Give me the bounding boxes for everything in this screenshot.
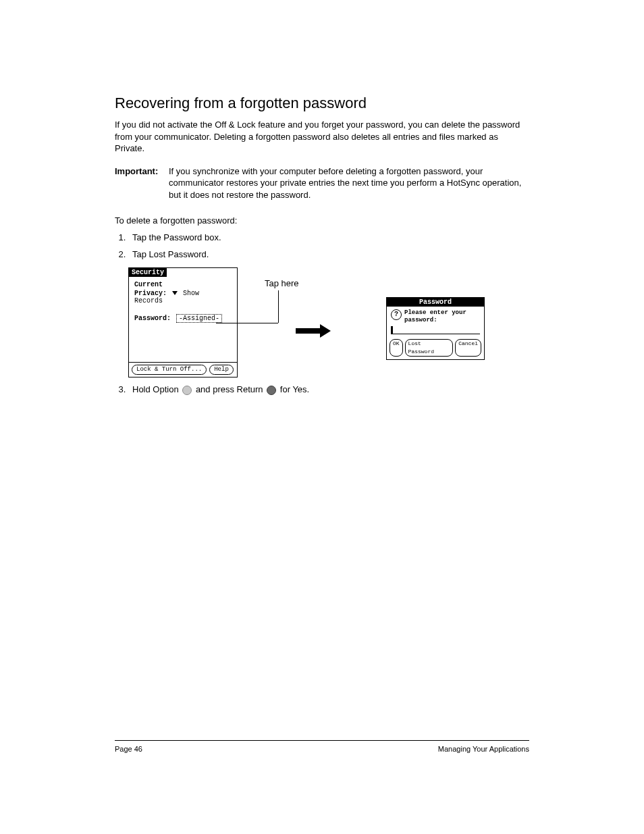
current-label: Current [134, 281, 163, 288]
option-key-icon [182, 386, 192, 395]
step3-post: for Yes. [277, 384, 309, 394]
important-label: Important: [115, 165, 169, 201]
lock-turn-off-button[interactable]: Lock & Turn Off... [132, 365, 207, 375]
step3-pre: Hold Option [132, 384, 181, 394]
important-text: If you synchronize with your computer be… [169, 165, 529, 201]
step-1: Tap the Password box. [128, 232, 529, 244]
callout-line [278, 290, 279, 323]
intro-paragraph: If you did not activate the Off & Lock f… [115, 119, 529, 155]
password-box[interactable]: -Assigned- [176, 314, 222, 323]
password-dialog: Password ? Please enter your password: O… [386, 297, 485, 360]
privacy-label: Privacy: [134, 290, 167, 297]
question-icon: ? [391, 309, 402, 320]
step3-mid: and press Return [193, 384, 265, 394]
password-label: Password: [134, 315, 171, 322]
page-footer: Page 46 Managing Your Applications [115, 740, 529, 753]
ok-button[interactable]: OK [390, 339, 403, 357]
page-number: Page 46 [115, 745, 142, 753]
lost-password-button[interactable]: Lost Password [405, 339, 454, 357]
procedure-heading: To delete a forgotten password: [115, 215, 529, 226]
step-2: Tap Lost Password. [128, 249, 529, 261]
important-note: Important: If you synchronize with your … [115, 165, 529, 201]
cancel-button[interactable]: Cancel [455, 339, 481, 357]
dropdown-icon[interactable] [172, 291, 178, 295]
security-title: Security [129, 268, 167, 277]
help-button[interactable]: Help [209, 365, 234, 375]
section-heading: Recovering from a forgotten password [115, 95, 529, 112]
password-dialog-title: Password [387, 298, 484, 307]
password-input[interactable] [391, 327, 480, 334]
step-3: Hold Option and press Return for Yes. [128, 384, 529, 396]
callout-label: Tap here [265, 278, 299, 288]
arrow-icon [296, 324, 331, 338]
return-key-icon [267, 386, 276, 395]
chapter-name: Managing Your Applications [438, 745, 529, 753]
callout-pointer [216, 323, 278, 323]
password-prompt: Please enter your password: [404, 309, 480, 324]
figure: Security Current Privacy: Show Records P… [128, 267, 529, 377]
